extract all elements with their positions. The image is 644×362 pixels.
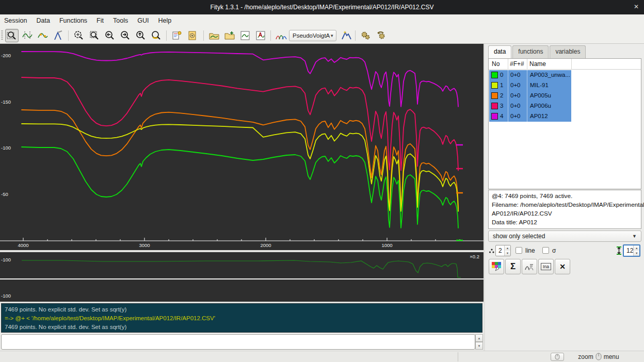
zoom-left-button[interactable] xyxy=(103,29,117,42)
table-row[interactable]: 00+0AP003_unwa... xyxy=(489,70,571,80)
point-size-value: 2 xyxy=(496,245,504,256)
zoom-in-icon xyxy=(73,30,85,41)
mouse-settings-button[interactable] xyxy=(551,353,564,361)
dataset-color-swatch[interactable] xyxy=(491,72,498,78)
spin-up-icon[interactable]: ▲ xyxy=(475,334,483,342)
column-separator xyxy=(527,59,527,70)
command-history-spinner[interactable]: ▲ ▼ xyxy=(475,334,483,350)
add-peak-mode-icon xyxy=(37,30,49,41)
edit-script-button[interactable] xyxy=(186,29,199,42)
data-table[interactable]: No #F+# Name 00+0AP003_unwa...10+0MIL-91… xyxy=(488,58,641,189)
zoom-in-button[interactable] xyxy=(72,29,86,42)
spin-up-icon[interactable]: ▲ xyxy=(634,245,639,251)
color-gradient-button[interactable] xyxy=(489,259,504,274)
column-separator xyxy=(527,80,527,91)
column-separator xyxy=(527,111,527,122)
menu-tools[interactable]: Tools xyxy=(113,17,128,24)
shift-stepper[interactable]: 12 ▲▼ xyxy=(623,244,640,257)
status-divider xyxy=(458,352,458,361)
menu-gui[interactable]: GUI xyxy=(137,17,149,24)
status-bar: zoom menu xyxy=(0,351,644,362)
table-row[interactable]: 30+0AP006u xyxy=(489,101,571,111)
zoom-previous-button[interactable] xyxy=(150,29,163,42)
info-line: AP012/IR/AP012.CSV xyxy=(492,209,638,218)
load-data-button[interactable] xyxy=(207,29,221,42)
run-fit-icon xyxy=(360,30,372,41)
point-size-stepper[interactable]: 2 ▲▼ xyxy=(495,245,511,256)
sum-button[interactable]: Σ xyxy=(505,259,521,274)
dataset-color-swatch[interactable] xyxy=(491,82,498,89)
spectrum-curve-MIL-91 xyxy=(22,124,458,211)
toolbar-separator xyxy=(203,30,204,41)
zoom-all-button[interactable] xyxy=(88,29,101,42)
menu-data[interactable]: Data xyxy=(36,17,50,24)
data-range-mode-button[interactable] xyxy=(21,29,34,42)
spin-down-icon[interactable]: ▼ xyxy=(505,251,510,256)
cell-no: 1 xyxy=(500,82,503,88)
spin-up-icon[interactable]: ▲ xyxy=(505,245,510,251)
tab-variables[interactable]: variables xyxy=(550,45,586,58)
aux1-y-label: -100 xyxy=(1,257,11,262)
dataset-color-swatch[interactable] xyxy=(491,92,498,99)
drag-peak-mode-button[interactable] xyxy=(52,29,65,42)
show-log-button[interactable] xyxy=(170,29,184,42)
run-fit-button[interactable] xyxy=(359,29,373,42)
chevron-down-icon: ▼ xyxy=(632,234,637,239)
cell-name: AP003_unwa... xyxy=(530,72,570,78)
apply-functions-button[interactable] xyxy=(522,259,537,274)
table-row[interactable]: 10+0MIL-91 xyxy=(489,80,571,91)
menu-functions[interactable]: Functions xyxy=(59,17,87,24)
append-data-button[interactable] xyxy=(223,29,236,42)
sigma-checkbox[interactable] xyxy=(542,247,549,254)
output-console[interactable]: 7469 points. No explicit std. dev. Set a… xyxy=(1,303,482,333)
cell-no: 0 xyxy=(500,72,503,78)
table-row[interactable]: 20+0AP005u xyxy=(489,91,571,101)
aux-plot-2[interactable]: -100 xyxy=(0,279,484,302)
show-filter-dropdown[interactable]: show only selected ▼ xyxy=(488,231,641,242)
zoom-mode-icon xyxy=(6,30,18,41)
cell-f: 0+0 xyxy=(510,113,521,119)
tab-functions[interactable]: functions xyxy=(512,45,549,58)
zoom-mode-button[interactable] xyxy=(5,29,19,42)
aux2-y-label: -100 xyxy=(1,293,11,299)
edit-script-icon xyxy=(187,30,198,41)
line-checkbox[interactable] xyxy=(516,247,522,254)
data-editor-button[interactable] xyxy=(238,29,252,42)
close-icon[interactable]: ✕ xyxy=(634,3,639,10)
zoom-right-button[interactable] xyxy=(119,29,132,42)
tab-data[interactable]: data xyxy=(488,45,511,58)
console-line: 7469 points. No explicit std. dev. Set a… xyxy=(5,323,479,332)
data-text-button[interactable]: A xyxy=(254,29,267,42)
spin-down-icon[interactable]: ▼ xyxy=(475,342,483,350)
col-name: Name xyxy=(529,60,546,68)
zoom-all-icon xyxy=(89,30,100,41)
spectrum-curve-AP012 xyxy=(22,52,458,107)
add-peak-mode-button[interactable] xyxy=(36,29,50,42)
cell-f: 0+0 xyxy=(510,92,521,98)
cell-name: AP005u xyxy=(530,92,551,98)
rename-button[interactable]: Ina xyxy=(538,259,554,274)
aux-plot-1[interactable]: -100 ×0.2 xyxy=(0,252,484,278)
command-input[interactable] xyxy=(1,334,475,350)
delete-dataset-button[interactable]: ✕ xyxy=(555,259,570,274)
auto-add-peaks-button[interactable] xyxy=(275,29,288,42)
add-peak-button[interactable]: + xyxy=(340,29,353,42)
table-row[interactable]: 40+0AP012 xyxy=(489,111,571,122)
menu-help[interactable]: Help xyxy=(158,17,171,24)
menu-fit[interactable]: Fit xyxy=(96,17,104,24)
zoom-up-button[interactable] xyxy=(134,29,148,42)
shift-value: 12 xyxy=(624,245,633,256)
toolbar-grip[interactable] xyxy=(1,30,3,41)
menu-session[interactable]: Session xyxy=(4,17,27,24)
undo-fit-button[interactable] xyxy=(375,29,388,42)
console-line: =-> @+ < '/home/aleplo/test/Desktop/IMAP… xyxy=(5,314,479,323)
main-plot[interactable]: 4000300020001000-200-150-100-50 xyxy=(0,44,484,250)
peak-type-dropdown[interactable]: PseudoVoigtA ▼ xyxy=(289,30,336,41)
spin-down-icon[interactable]: ▼ xyxy=(634,251,639,256)
zoom-right-icon xyxy=(120,30,131,41)
aux-chart xyxy=(0,252,484,278)
dataset-color-swatch[interactable] xyxy=(491,103,498,109)
info-line: Filename: /home/aleplo/test/Desktop/IMAP… xyxy=(492,201,638,209)
mouse-hint: zoom menu xyxy=(568,353,630,360)
dataset-color-swatch[interactable] xyxy=(491,113,498,120)
